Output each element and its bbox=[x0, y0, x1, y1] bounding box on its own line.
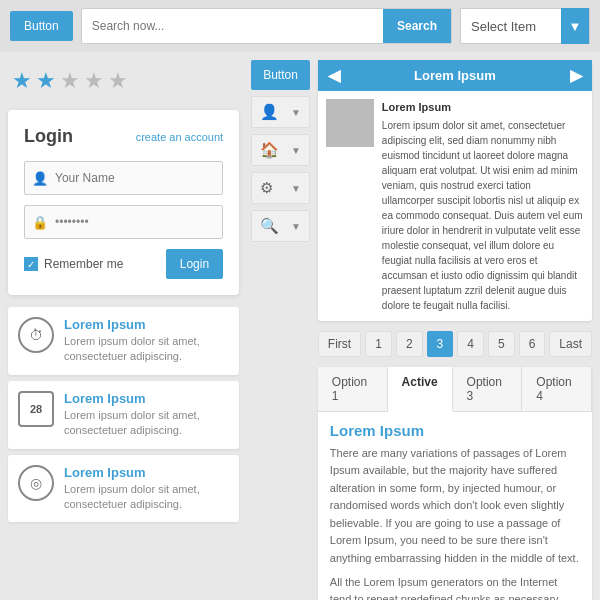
search-icon-row: 🔍 ▼ bbox=[251, 210, 310, 242]
select-label: Select Item bbox=[471, 19, 536, 34]
settings-icon: ⚙ bbox=[260, 179, 273, 197]
password-input[interactable] bbox=[55, 215, 222, 229]
search-icon: 🔍 bbox=[260, 217, 279, 235]
tabs-row: Option 1 Active Option 3 Option 4 bbox=[318, 367, 592, 412]
main-area: ★ ★ ★ ★ ★ Login create an account 👤 🔒 ✓ bbox=[0, 52, 600, 600]
list-item-title: Lorem Ipsum bbox=[64, 317, 229, 332]
tab-content: Lorem Ipsum There are many variations of… bbox=[318, 412, 592, 601]
search-button[interactable]: Search bbox=[383, 9, 451, 43]
caret-icon: ▼ bbox=[291, 183, 301, 194]
page-first-button[interactable]: First bbox=[318, 331, 361, 357]
login-button[interactable]: Login bbox=[166, 249, 223, 279]
lorem-card-header: ◀ Lorem Ipsum ▶ bbox=[318, 60, 592, 91]
list-item: 28 Lorem Ipsum Lorem ipsum dolor sit ame… bbox=[8, 381, 239, 449]
lorem-image bbox=[326, 99, 374, 147]
list-item-text: Lorem Ipsum Lorem ipsum dolor sit amet, … bbox=[64, 391, 229, 439]
tab-option4[interactable]: Option 4 bbox=[522, 367, 592, 411]
list-item-desc: Lorem ipsum dolor sit amet, consectetuer… bbox=[64, 334, 229, 365]
list-items: ⏱ Lorem Ipsum Lorem ipsum dolor sit amet… bbox=[8, 307, 239, 522]
star-5[interactable]: ★ bbox=[108, 68, 128, 94]
create-account-link[interactable]: create an account bbox=[136, 131, 223, 143]
pagination: First 1 2 3 4 5 6 Last bbox=[318, 327, 592, 361]
star-2[interactable]: ★ bbox=[36, 68, 56, 94]
page-last-button[interactable]: Last bbox=[549, 331, 592, 357]
lorem-text-title: Lorem Ipsum bbox=[382, 99, 584, 116]
tab-active[interactable]: Active bbox=[388, 367, 453, 412]
person-icon: 👤 bbox=[25, 171, 55, 186]
list-item-text: Lorem Ipsum Lorem ipsum dolor sit amet, … bbox=[64, 317, 229, 365]
remember-checkbox[interactable]: ✓ bbox=[24, 257, 38, 271]
right-column: ◀ Lorem Ipsum ▶ Lorem Ipsum Lorem ipsum … bbox=[314, 52, 600, 600]
calendar-icon: 28 bbox=[18, 391, 54, 427]
top-bar: Button Search Select Item ▼ bbox=[0, 0, 600, 52]
list-item-title: Lorem Ipsum bbox=[64, 391, 229, 406]
search-box: Search bbox=[81, 8, 452, 44]
home-icon: 🏠 bbox=[260, 141, 279, 159]
star-4[interactable]: ★ bbox=[84, 68, 104, 94]
login-card: Login create an account 👤 🔒 ✓ Remember m… bbox=[8, 110, 239, 295]
next-arrow-icon[interactable]: ▶ bbox=[570, 66, 582, 85]
caret-icon: ▼ bbox=[291, 221, 301, 232]
name-input[interactable] bbox=[55, 171, 222, 185]
settings-icon-row: ⚙ ▼ bbox=[251, 172, 310, 204]
person-icon-row: 👤 ▼ bbox=[251, 96, 310, 128]
name-input-group: 👤 bbox=[24, 161, 223, 195]
list-item-title: Lorem Ipsum bbox=[64, 465, 229, 480]
clock-icon: ⏱ bbox=[18, 317, 54, 353]
star-rating: ★ ★ ★ ★ ★ bbox=[8, 60, 239, 102]
page-6-button[interactable]: 6 bbox=[519, 331, 546, 357]
remember-row: ✓ Remember me Login bbox=[24, 249, 223, 279]
list-item-desc: Lorem ipsum dolor sit amet, consectetuer… bbox=[64, 482, 229, 513]
caret-icon: ▼ bbox=[291, 145, 301, 156]
login-header: Login create an account bbox=[24, 126, 223, 147]
list-item-desc: Lorem ipsum dolor sit amet, consectetuer… bbox=[64, 408, 229, 439]
lorem-card-title: Lorem Ipsum bbox=[414, 68, 496, 83]
tabs-section: Option 1 Active Option 3 Option 4 Lorem … bbox=[318, 367, 592, 601]
caret-icon: ▼ bbox=[291, 107, 301, 118]
search-input[interactable] bbox=[82, 19, 383, 33]
lorem-card: ◀ Lorem Ipsum ▶ Lorem Ipsum Lorem ipsum … bbox=[318, 60, 592, 321]
page-3-button[interactable]: 3 bbox=[427, 331, 454, 357]
lorem-paragraph: Lorem ipsum dolor sit amet, consectetuer… bbox=[382, 120, 583, 311]
list-item: ⏱ Lorem Ipsum Lorem ipsum dolor sit amet… bbox=[8, 307, 239, 375]
page-1-button[interactable]: 1 bbox=[365, 331, 392, 357]
tab-paragraph-2: All the Lorem Ipsum generators on the In… bbox=[330, 574, 580, 600]
lorem-card-body: Lorem Ipsum Lorem ipsum dolor sit amet, … bbox=[318, 91, 592, 321]
page-5-button[interactable]: 5 bbox=[488, 331, 515, 357]
home-icon-row: 🏠 ▼ bbox=[251, 134, 310, 166]
dropdown-arrow-icon: ▼ bbox=[561, 8, 589, 44]
top-button[interactable]: Button bbox=[10, 11, 73, 41]
list-item: ◎ Lorem Ipsum Lorem ipsum dolor sit amet… bbox=[8, 455, 239, 523]
login-title: Login bbox=[24, 126, 73, 147]
lock-icon: 🔒 bbox=[25, 215, 55, 230]
compass-icon: ◎ bbox=[18, 465, 54, 501]
tab-option1[interactable]: Option 1 bbox=[318, 367, 388, 411]
prev-arrow-icon[interactable]: ◀ bbox=[328, 66, 340, 85]
tab-content-title: Lorem Ipsum bbox=[330, 422, 580, 439]
page-2-button[interactable]: 2 bbox=[396, 331, 423, 357]
tab-paragraph-1: There are many variations of passages of… bbox=[330, 445, 580, 568]
lorem-card-text: Lorem Ipsum Lorem ipsum dolor sit amet, … bbox=[382, 99, 584, 313]
remember-me-group: ✓ Remember me bbox=[24, 257, 123, 271]
star-3[interactable]: ★ bbox=[60, 68, 80, 94]
person-icon: 👤 bbox=[260, 103, 279, 121]
password-input-group: 🔒 bbox=[24, 205, 223, 239]
middle-column: Button 👤 ▼ 🏠 ▼ ⚙ ▼ 🔍 ▼ bbox=[247, 52, 314, 600]
star-1[interactable]: ★ bbox=[12, 68, 32, 94]
tab-option3[interactable]: Option 3 bbox=[453, 367, 523, 411]
page-4-button[interactable]: 4 bbox=[457, 331, 484, 357]
list-item-text: Lorem Ipsum Lorem ipsum dolor sit amet, … bbox=[64, 465, 229, 513]
select-dropdown[interactable]: Select Item ▼ bbox=[460, 8, 590, 44]
middle-button[interactable]: Button bbox=[251, 60, 310, 90]
left-column: ★ ★ ★ ★ ★ Login create an account 👤 🔒 ✓ bbox=[0, 52, 247, 600]
remember-label: Remember me bbox=[44, 257, 123, 271]
